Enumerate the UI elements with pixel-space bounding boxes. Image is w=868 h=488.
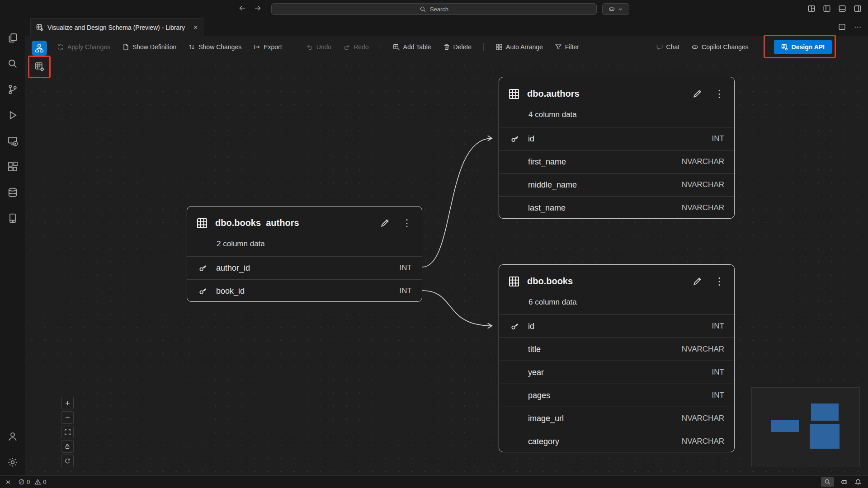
table-gear-icon (781, 44, 788, 51)
tab-close-icon[interactable]: × (193, 23, 198, 32)
notifications-bell-icon[interactable] (854, 479, 862, 486)
lock-canvas-button[interactable] (61, 440, 74, 453)
design-api-button[interactable]: Design API (774, 40, 832, 54)
tab-visualize-schema[interactable]: Visualize and Design Schema (Preview) - … (30, 18, 203, 36)
filter-button[interactable]: Filter (555, 43, 579, 51)
remote-explorer-icon[interactable] (6, 135, 19, 147)
table-row[interactable]: author_id INT (187, 256, 422, 279)
chevron-down-icon (618, 6, 623, 12)
redo-button[interactable]: Redo (343, 43, 368, 51)
zoom-status-button[interactable] (821, 477, 834, 487)
table-row[interactable]: id INT (499, 314, 734, 338)
edit-table-pencil-icon[interactable] (692, 89, 703, 99)
export-button[interactable]: Export (253, 43, 282, 51)
schema-designer-icon (35, 44, 44, 53)
table-gear-icon (35, 62, 44, 71)
trash-icon (443, 43, 450, 51)
table-kebab-menu-icon[interactable]: ⋮ (714, 276, 724, 287)
database-project-icon[interactable] (6, 212, 19, 225)
edit-table-pencil-icon[interactable] (692, 276, 703, 286)
toggle-secondary-sidebar-icon[interactable] (854, 5, 862, 13)
table-row[interactable]: id INT (499, 127, 734, 150)
table-row[interactable]: year INT (499, 361, 734, 384)
table-row[interactable]: pages INT (499, 384, 734, 407)
fit-view-button[interactable] (61, 426, 74, 438)
show-definition-button[interactable]: Show Definition (122, 43, 176, 51)
nav-forward-icon[interactable] (254, 4, 262, 12)
copy-pages-icon[interactable] (6, 32, 19, 44)
search-sidebar-icon[interactable] (6, 57, 19, 70)
table-row[interactable]: image_url NVARCHAR (499, 407, 734, 430)
customize-layout-icon[interactable] (807, 5, 816, 13)
toggle-panel-icon[interactable] (838, 5, 846, 13)
problems-indicator[interactable]: 0 0 (18, 479, 46, 485)
table-row[interactable]: title NVARCHAR (499, 338, 734, 361)
schema-designer-view-button[interactable] (32, 41, 47, 56)
schema-designer-tab-icon (36, 24, 43, 31)
primary-key-icon (510, 321, 520, 331)
primary-key-icon (510, 134, 520, 144)
table-row[interactable]: last_name NVARCHAR (499, 196, 734, 219)
minimap-node-books-authors (771, 420, 799, 432)
remote-indicator-icon[interactable] (5, 479, 12, 486)
table-definition-view-button[interactable] (32, 59, 47, 74)
table-grid-icon (196, 217, 208, 229)
table-row[interactable]: book_id INT (187, 279, 422, 302)
copilot-icon (691, 43, 698, 51)
nav-back-icon[interactable] (238, 4, 246, 12)
chat-button[interactable]: Chat (656, 43, 680, 51)
split-editor-icon[interactable] (838, 23, 846, 31)
toggle-sidebar-icon[interactable] (823, 5, 831, 13)
column-type: NVARCHAR (682, 203, 724, 212)
add-table-button[interactable]: Add Table (393, 43, 431, 51)
activity-bar (0, 18, 25, 475)
undo-button[interactable]: Undo (306, 43, 331, 51)
table-card-books-authors[interactable]: dbo.books_authors ⋮ 2 column data author… (187, 206, 422, 302)
primary-key-icon (198, 263, 208, 273)
table-subtitle: 4 column data (499, 110, 734, 127)
toolbar-separator (483, 43, 484, 51)
column-type: INT (400, 286, 412, 296)
copilot-changes-button[interactable]: Copilot Changes (691, 43, 749, 51)
table-row[interactable]: middle_name NVARCHAR (499, 173, 734, 196)
redo-icon (343, 43, 350, 51)
auto-arrange-button[interactable]: Auto Arrange (495, 43, 543, 51)
zoom-magnifier-icon (824, 479, 831, 485)
table-row[interactable]: first_name NVARCHAR (499, 150, 734, 173)
delete-button[interactable]: Delete (443, 43, 472, 51)
sync-icon (57, 43, 64, 51)
extensions-icon[interactable] (6, 160, 19, 173)
zoom-out-button[interactable] (61, 411, 74, 424)
export-icon (253, 43, 260, 51)
reset-view-button[interactable] (61, 455, 74, 467)
table-kebab-menu-icon[interactable]: ⋮ (402, 217, 412, 229)
zoom-in-button[interactable] (61, 397, 74, 409)
edit-table-pencil-icon[interactable] (380, 218, 390, 228)
column-name: category (528, 437, 682, 446)
table-card-books[interactable]: dbo.books ⋮ 6 column data id INT title N… (499, 264, 735, 452)
column-name: year (528, 368, 712, 377)
source-control-icon[interactable] (6, 83, 19, 96)
copilot-status-icon[interactable] (840, 478, 848, 486)
table-card-authors[interactable]: dbo.authors ⋮ 4 column data id INT first… (499, 77, 735, 219)
show-changes-button[interactable]: Show Changes (188, 43, 241, 51)
settings-gear-icon[interactable] (6, 456, 19, 469)
table-plus-icon (393, 43, 400, 51)
apply-changes-button[interactable]: Apply Changes (57, 43, 110, 51)
canvas-dot-grid (25, 59, 868, 475)
database-icon[interactable] (6, 186, 19, 199)
swap-icon (188, 43, 195, 51)
column-type: INT (712, 368, 724, 377)
editor-more-actions-icon[interactable]: ⋯ (854, 24, 862, 30)
search-command-center[interactable]: Search (271, 3, 597, 15)
minimap[interactable] (751, 387, 860, 467)
table-kebab-menu-icon[interactable]: ⋮ (714, 88, 724, 100)
zoom-out-icon (64, 414, 71, 421)
account-icon[interactable] (6, 430, 19, 443)
run-and-debug-icon[interactable] (6, 109, 19, 122)
table-title: dbo.books_authors (215, 218, 380, 228)
copilot-dropdown[interactable] (602, 3, 629, 15)
table-title: dbo.authors (527, 89, 692, 99)
table-row[interactable]: category NVARCHAR (499, 430, 734, 452)
warnings-count: 0 (43, 479, 46, 485)
